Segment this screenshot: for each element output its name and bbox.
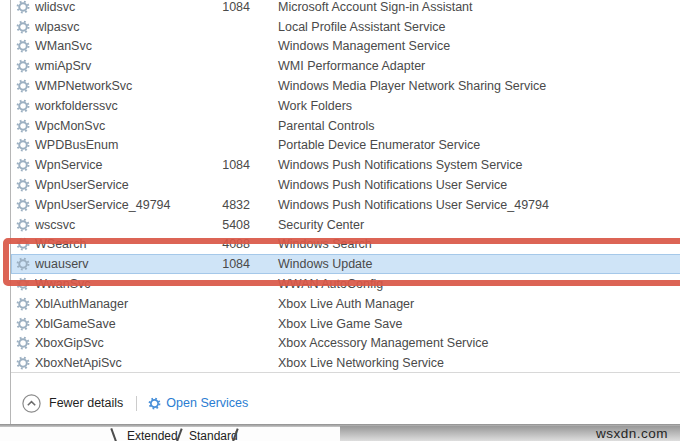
open-services-link[interactable]: Open Services — [148, 396, 248, 410]
service-gear-icon — [16, 178, 30, 192]
service-name: wuauserv — [35, 257, 205, 271]
service-name: wscsvc — [35, 218, 205, 232]
open-services-label: Open Services — [166, 396, 248, 410]
service-row[interactable]: wmiApSrv WMI Performance Adapter — [11, 56, 680, 76]
fewer-details-button[interactable]: Fewer details — [22, 394, 123, 413]
service-name: WpnUserService — [35, 178, 205, 192]
service-row[interactable]: workfolderssvc Work Folders — [11, 96, 680, 116]
service-pid: 1084 — [205, 158, 250, 172]
service-name: workfolderssvc — [35, 99, 205, 113]
service-description: Xbox Live Auth Manager — [278, 297, 414, 311]
service-pid: 4088 — [205, 237, 250, 251]
screenshot-stage: wlidsvc 1084 Microsoft Account Sign-in A… — [0, 0, 680, 441]
chevron-up-circle-icon — [22, 394, 41, 413]
service-name: WManSvc — [35, 39, 205, 53]
service-name: XblAuthManager — [35, 297, 205, 311]
service-description: Parental Controls — [278, 119, 375, 133]
service-name: WMPNetworkSvc — [35, 79, 205, 93]
service-gear-icon — [16, 59, 30, 73]
service-description: Xbox Accessory Management Service — [278, 336, 489, 350]
service-gear-icon — [16, 0, 30, 14]
service-row[interactable]: wlidsvc 1084 Microsoft Account Sign-in A… — [11, 0, 680, 17]
tab-edge-line — [110, 428, 117, 441]
service-description: Windows Search — [278, 237, 372, 251]
service-name: WSearch — [35, 237, 205, 251]
service-gear-icon — [16, 138, 30, 152]
service-gear-icon — [16, 39, 30, 53]
service-row[interactable]: wscsvc 5408 Security Center — [11, 215, 680, 235]
service-gear-icon — [16, 297, 30, 311]
service-pid: 1084 — [205, 0, 250, 14]
service-gear-icon — [16, 99, 30, 113]
service-gear-icon — [16, 119, 30, 133]
service-row[interactable]: WSearch 4088 Windows Search — [11, 235, 680, 255]
tab-extended[interactable]: Extended — [127, 429, 178, 441]
fewer-details-label: Fewer details — [49, 396, 123, 410]
service-name: WPDBusEnum — [35, 138, 205, 152]
service-row[interactable]: WPDBusEnum Portable Device Enumerator Se… — [11, 136, 680, 156]
service-description: WWAN AutoConfig — [278, 277, 383, 291]
background-window-strip: Extended Standard wsxdn.com — [0, 427, 680, 441]
service-pid: 1084 — [205, 257, 250, 271]
service-row[interactable]: WpnService 1084 Windows Push Notificatio… — [11, 155, 680, 175]
service-pid: 5408 — [205, 218, 250, 232]
task-manager-footer: Fewer details Open Services — [11, 384, 680, 422]
service-gear-icon — [16, 237, 30, 251]
footer-separator — [136, 396, 137, 411]
service-row[interactable]: WManSvc Windows Management Service — [11, 37, 680, 57]
service-description: Xbox Live Game Save — [278, 317, 402, 331]
service-description: Local Profile Assistant Service — [278, 20, 445, 34]
service-gear-icon — [16, 79, 30, 93]
service-gear-icon — [16, 277, 30, 291]
service-name: WpcMonSvc — [35, 119, 205, 133]
service-row[interactable]: wlpasvc Local Profile Assistant Service — [11, 17, 680, 37]
service-name: wlidsvc — [35, 0, 205, 14]
service-description: Windows Management Service — [278, 39, 450, 53]
service-gear-icon — [16, 198, 30, 212]
service-name: WwanSvc — [35, 277, 205, 291]
watermark-text: wsxdn.com — [596, 426, 668, 441]
service-row[interactable]: XboxGipSvc Xbox Accessory Management Ser… — [11, 334, 680, 354]
service-gear-icon — [16, 158, 30, 172]
service-name: XboxGipSvc — [35, 336, 205, 350]
service-gear-icon — [16, 336, 30, 350]
service-row[interactable]: wuauserv 1084 Windows Update — [11, 254, 680, 274]
service-row[interactable]: WpnUserService_49794 4832 Windows Push N… — [11, 195, 680, 215]
gear-icon — [148, 397, 161, 410]
service-row[interactable]: WpnUserService Windows Push Notification… — [11, 175, 680, 195]
service-name: wlpasvc — [35, 20, 205, 34]
service-name: wmiApSrv — [35, 59, 205, 73]
service-name: XblGameSave — [35, 317, 205, 331]
service-name: XboxNetApiSvc — [35, 356, 205, 370]
service-description: Windows Update — [278, 257, 373, 271]
task-manager-window: wlidsvc 1084 Microsoft Account Sign-in A… — [10, 0, 680, 424]
service-description: WMI Performance Adapter — [278, 59, 425, 73]
service-row[interactable]: XblGameSave Xbox Live Game Save — [11, 314, 680, 334]
service-name: WpnService — [35, 158, 205, 172]
service-description: Security Center — [278, 218, 364, 232]
service-name: WpnUserService_49794 — [35, 198, 205, 212]
services-list: wlidsvc 1084 Microsoft Account Sign-in A… — [11, 0, 680, 373]
service-description: Windows Push Notifications User Service — [278, 178, 507, 192]
service-description: Windows Push Notifications System Servic… — [278, 158, 523, 172]
gray-scrollbar-strip: wsxdn.com — [340, 426, 680, 441]
service-description: Windows Media Player Network Sharing Ser… — [278, 79, 546, 93]
service-description: Portable Device Enumerator Service — [278, 138, 480, 152]
service-description: Xbox Live Networking Service — [278, 356, 444, 370]
service-description: Work Folders — [278, 99, 352, 113]
service-gear-icon — [16, 218, 30, 232]
service-row[interactable]: XblAuthManager Xbox Live Auth Manager — [11, 294, 680, 314]
service-gear-icon — [16, 317, 30, 331]
service-row[interactable]: WpcMonSvc Parental Controls — [11, 116, 680, 136]
service-gear-icon — [16, 20, 30, 34]
service-gear-icon — [16, 257, 30, 271]
service-gear-icon — [16, 356, 30, 370]
service-description: Microsoft Account Sign-in Assistant — [278, 0, 473, 14]
service-description: Windows Push Notifications User Service_… — [278, 198, 549, 212]
service-row[interactable]: WwanSvc WWAN AutoConfig — [11, 274, 680, 294]
list-footer-divider — [11, 372, 680, 373]
service-row[interactable]: XboxNetApiSvc Xbox Live Networking Servi… — [11, 353, 680, 373]
tab-standard[interactable]: Standard — [189, 429, 238, 441]
service-row[interactable]: WMPNetworkSvc Windows Media Player Netwo… — [11, 76, 680, 96]
service-pid: 4832 — [205, 198, 250, 212]
